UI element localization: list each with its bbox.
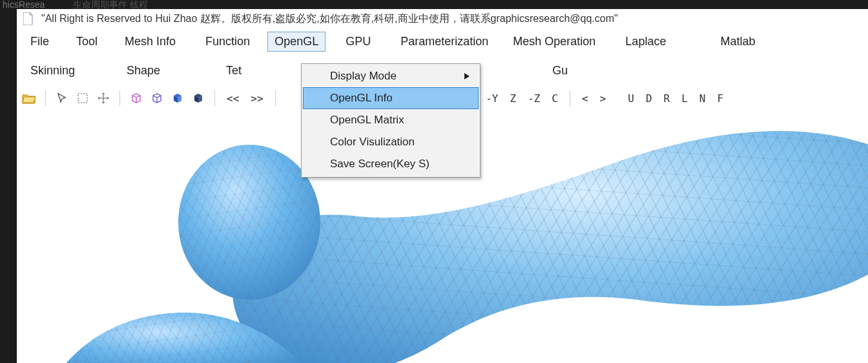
separator bbox=[275, 90, 276, 106]
separator bbox=[570, 90, 570, 106]
menu-gu[interactable]: Gu bbox=[545, 61, 575, 81]
cube-wire-purple-icon[interactable] bbox=[150, 91, 164, 105]
app-window: "All Right is Reserved to Hui Zhao 赵辉。版权… bbox=[17, 9, 868, 363]
menu-opengl[interactable]: OpenGL bbox=[267, 32, 326, 52]
view-neg-z[interactable]: -Z bbox=[525, 92, 542, 105]
cube-wire-pink-icon[interactable] bbox=[129, 91, 143, 105]
dd-label: Display Mode bbox=[330, 70, 397, 83]
separator bbox=[45, 90, 46, 106]
nav-prev[interactable]: << bbox=[224, 92, 242, 105]
move-icon[interactable] bbox=[96, 91, 110, 105]
menu-tool[interactable]: Tool bbox=[69, 32, 105, 52]
submenu-arrow-icon bbox=[464, 70, 470, 83]
svg-rect-0 bbox=[78, 94, 87, 103]
view-l[interactable]: L bbox=[679, 92, 690, 105]
menu-laplace[interactable]: Laplace bbox=[618, 32, 673, 52]
marquee-icon[interactable] bbox=[76, 91, 90, 105]
dd-display-mode[interactable]: Display Mode bbox=[303, 65, 479, 87]
separator bbox=[214, 90, 215, 106]
folder-open-icon[interactable] bbox=[22, 91, 36, 105]
menu-gpu[interactable]: GPU bbox=[338, 32, 378, 52]
dd-label: OpenGL Info bbox=[330, 92, 393, 105]
dd-label: Color Visulization bbox=[330, 136, 415, 149]
view-n[interactable]: N bbox=[697, 92, 708, 105]
view-c[interactable]: C bbox=[549, 92, 561, 105]
view-u[interactable]: U bbox=[625, 92, 637, 105]
dd-save-screen[interactable]: Save Screen(Key S) bbox=[303, 153, 479, 175]
cube-solid-dark-icon[interactable] bbox=[191, 91, 205, 105]
nav-next[interactable]: >> bbox=[248, 92, 265, 105]
menu-mesh-operation[interactable]: Mesh Operation bbox=[506, 32, 603, 52]
dd-opengl-info[interactable]: OpenGL Info bbox=[303, 87, 479, 109]
menu-tet[interactable]: Tet bbox=[219, 61, 249, 81]
view-neg-y[interactable]: -Y bbox=[483, 92, 501, 105]
dd-label: OpenGL Matrix bbox=[330, 114, 404, 127]
menu-shape[interactable]: Shape bbox=[119, 61, 167, 81]
ide-titlebar-fragment: hicsResea 生命周期事件 线程 bbox=[0, 0, 868, 9]
menu-skinning[interactable]: Skinning bbox=[23, 61, 82, 81]
svg-point-2 bbox=[178, 145, 320, 300]
menu-mesh-info[interactable]: Mesh Info bbox=[118, 32, 183, 52]
dd-opengl-matrix[interactable]: OpenGL Matrix bbox=[303, 109, 479, 131]
menu-matlab[interactable]: Matlab bbox=[713, 32, 762, 52]
view-r[interactable]: R bbox=[661, 92, 673, 105]
cursor-icon[interactable] bbox=[55, 91, 69, 105]
menu-parameterization[interactable]: Parameterization bbox=[393, 32, 495, 52]
opengl-dropdown: Display Mode OpenGL Info OpenGL Matrix C… bbox=[301, 63, 480, 178]
dd-label: Save Screen(Key S) bbox=[330, 158, 429, 171]
menu-file[interactable]: File bbox=[23, 32, 56, 52]
menu-row-1: File Tool Mesh Info Function OpenGL GPU … bbox=[17, 28, 868, 54]
view-d[interactable]: D bbox=[643, 92, 655, 105]
separator bbox=[119, 90, 120, 106]
cube-solid-blue-icon[interactable] bbox=[170, 91, 185, 105]
view-f[interactable]: F bbox=[714, 92, 726, 105]
title-bar: "All Right is Reserved to Hui Zhao 赵辉。版权… bbox=[17, 9, 868, 28]
view-lt[interactable]: < bbox=[579, 92, 591, 105]
document-icon bbox=[23, 12, 34, 25]
title-text: "All Right is Reserved to Hui Zhao 赵辉。版权… bbox=[41, 12, 618, 26]
view-z[interactable]: Z bbox=[507, 92, 519, 105]
dd-color-visualization[interactable]: Color Visulization bbox=[303, 131, 479, 153]
view-gt[interactable]: > bbox=[597, 92, 609, 105]
menu-function[interactable]: Function bbox=[198, 32, 257, 52]
